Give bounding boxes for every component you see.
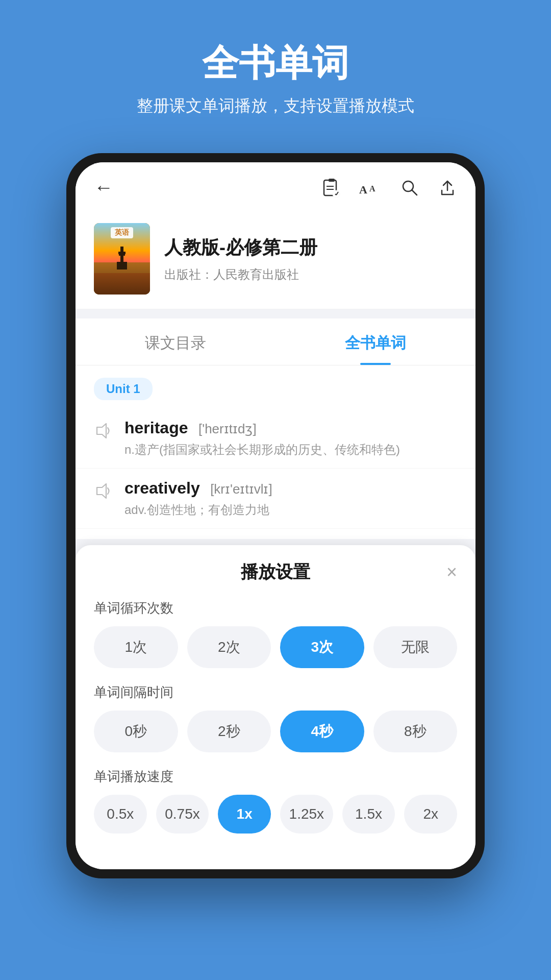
loop-unlimited[interactable]: 无限 xyxy=(373,626,458,668)
sound-icon-2[interactable] xyxy=(94,482,112,505)
loop-count-label: 单词循环次数 xyxy=(94,599,457,617)
svg-rect-14 xyxy=(117,262,127,270)
loop-2[interactable]: 2次 xyxy=(187,626,271,668)
loop-count-options: 1次 2次 3次 无限 xyxy=(94,626,457,668)
svg-marker-16 xyxy=(97,484,106,498)
tab-vocabulary[interactable]: 全书单词 xyxy=(276,318,475,365)
phone-shell: ← A A xyxy=(66,153,485,878)
word-english-2: creatively xyxy=(124,479,200,497)
interval-8[interactable]: 8秒 xyxy=(373,710,458,752)
interval-options: 0秒 2秒 4秒 8秒 xyxy=(94,710,457,752)
speed-0.5[interactable]: 0.5x xyxy=(94,795,147,834)
word-content-1: heritage ['herɪtɪdʒ] n.遗产(指国家或社会长期形成的历史、… xyxy=(124,419,400,458)
book-publisher: 出版社：人民教育出版社 xyxy=(164,266,457,283)
word-list: Unit 1 heritage ['herɪtɪdʒ] n.遗产(指国家或社会长… xyxy=(76,365,475,539)
loop-3[interactable]: 3次 xyxy=(280,626,364,668)
book-cover-label: 英语 xyxy=(111,227,133,238)
loop-count-section: 单词循环次数 1次 2次 3次 无限 xyxy=(94,599,457,668)
svg-rect-1 xyxy=(329,179,335,182)
svg-rect-12 xyxy=(118,252,126,254)
settings-title: 播放设置 xyxy=(241,560,310,584)
settings-panel: 播放设置 × 单词循环次数 1次 2次 3次 无限 单词间隔时间 0秒 2秒 xyxy=(76,545,475,869)
phone-screen: ← A A xyxy=(76,162,475,869)
nav-bar: ← A A xyxy=(76,162,475,209)
font-size-icon[interactable]: A A xyxy=(359,178,382,198)
speed-options: 0.5x 0.75x 1x 1.25x 1.5x 2x xyxy=(94,795,457,834)
word-item-2: creatively [krɪ'eɪtɪvlɪ] adv.创造性地；有创造力地 xyxy=(76,469,475,529)
sound-icon-1[interactable] xyxy=(94,422,112,445)
speed-1[interactable]: 1x xyxy=(218,795,271,834)
book-details: 人教版-必修第二册 出版社：人民教育出版社 xyxy=(164,235,457,283)
speed-1.25[interactable]: 1.25x xyxy=(280,795,333,834)
tab-course[interactable]: 课文目录 xyxy=(76,318,276,365)
speed-2[interactable]: 2x xyxy=(404,795,457,834)
book-info: 英语 人教版-必修第二册 出版社：人民教育出版社 xyxy=(76,209,475,309)
settings-header: 播放设置 × xyxy=(94,560,457,584)
svg-marker-15 xyxy=(97,424,106,438)
book-cover: 英语 xyxy=(94,223,150,295)
interval-0[interactable]: 0秒 xyxy=(94,710,178,752)
word-phonetic-2: [krɪ'eɪtɪvlɪ] xyxy=(210,481,272,497)
svg-point-4 xyxy=(333,190,340,198)
share-icon[interactable] xyxy=(438,178,457,198)
loop-1[interactable]: 1次 xyxy=(94,626,178,668)
book-title-text: 人教版-必修第二册 xyxy=(164,235,457,260)
interval-label: 单词间隔时间 xyxy=(94,683,457,701)
page-header: 全书单词 整册课文单词播放，支持设置播放模式 xyxy=(0,0,551,138)
svg-text:A: A xyxy=(369,184,375,193)
word-content-2: creatively [krɪ'eɪtɪvlɪ] adv.创造性地；有创造力地 xyxy=(124,479,272,518)
word-meaning-2: adv.创造性地；有创造力地 xyxy=(124,502,272,518)
checklist-icon[interactable] xyxy=(321,178,341,198)
speed-1.5[interactable]: 1.5x xyxy=(342,795,395,834)
search-icon[interactable] xyxy=(400,178,419,198)
back-icon[interactable]: ← xyxy=(94,177,113,199)
svg-line-10 xyxy=(412,190,417,195)
svg-rect-13 xyxy=(119,254,125,256)
interval-section: 单词间隔时间 0秒 2秒 4秒 8秒 xyxy=(94,683,457,752)
page-title: 全书单词 xyxy=(20,41,531,85)
speed-label: 单词播放速度 xyxy=(94,768,457,786)
speed-0.75[interactable]: 0.75x xyxy=(156,795,209,834)
word-meaning-1: n.遗产(指国家或社会长期形成的历史、传统和特色) xyxy=(124,442,400,458)
tabs-bar: 课文目录 全书单词 xyxy=(76,318,475,365)
word-item: heritage ['herɪtɪdʒ] n.遗产(指国家或社会长期形成的历史、… xyxy=(76,408,475,469)
word-english-1: heritage xyxy=(124,419,188,437)
unit-badge: Unit 1 xyxy=(94,378,153,400)
interval-4[interactable]: 4秒 xyxy=(280,710,364,752)
settings-close-button[interactable]: × xyxy=(446,561,457,583)
word-phonetic-1: ['herɪtɪdʒ] xyxy=(198,421,257,436)
interval-2[interactable]: 2秒 xyxy=(187,710,271,752)
speed-section: 单词播放速度 0.5x 0.75x 1x 1.25x 1.5x 2x xyxy=(94,768,457,834)
svg-text:A: A xyxy=(359,183,367,196)
page-subtitle: 整册课文单词播放，支持设置播放模式 xyxy=(20,95,531,117)
